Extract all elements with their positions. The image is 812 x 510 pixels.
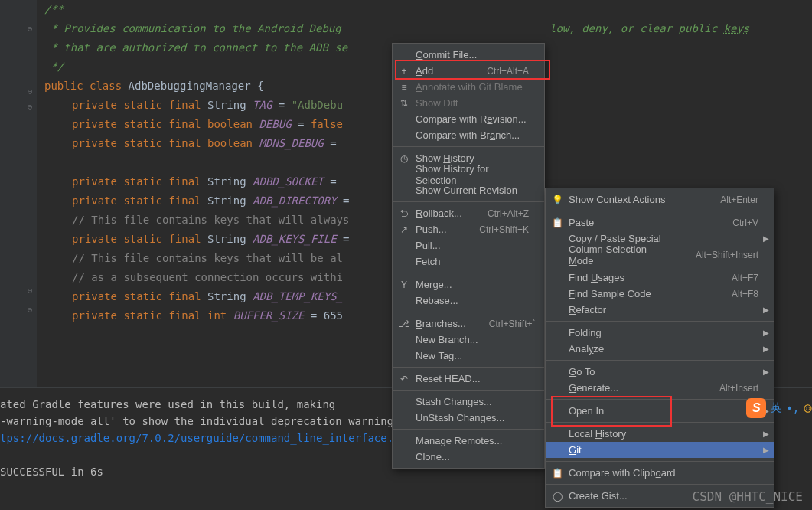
code-text: DEBUG xyxy=(259,118,291,130)
submenu-arrow-icon: ▶ xyxy=(763,430,769,438)
menu-item-label: Refactor xyxy=(569,304,758,315)
push-icon: ↗ xyxy=(399,224,409,235)
editor-context-menu[interactable]: 💡Show Context ActionsAlt+Enter📋PasteCtrl… xyxy=(545,188,774,508)
git-menu-push[interactable]: ↗Push...Ctrl+Shift+K xyxy=(393,221,544,237)
rollback-icon: ⮌ xyxy=(399,208,409,219)
menu-separator xyxy=(393,146,544,147)
ctx-menu-show-context-actions[interactable]: 💡Show Context ActionsAlt+Enter xyxy=(546,191,774,208)
ctx-menu-git[interactable]: Git▶ xyxy=(546,442,774,458)
ctx-menu-find-sample-code[interactable]: Find Sample CodeAlt+F8 xyxy=(546,286,774,302)
gutter-fold-indicator[interactable]: ⊖ xyxy=(28,102,33,112)
git-menu-show-diff: ⇅Show Diff xyxy=(393,95,544,111)
ctx-menu-column-selection-mode[interactable]: Column Selection ModeAlt+Shift+Insert xyxy=(546,247,774,263)
git-menu-manage-remotes[interactable]: Manage Remotes... xyxy=(393,433,544,449)
menu-item-label: Show Context Actions xyxy=(569,194,697,205)
git-menu-fetch[interactable]: Fetch xyxy=(393,253,544,270)
code-text: private static final xyxy=(72,195,207,207)
code-text: = xyxy=(292,118,311,130)
code-text: TAG xyxy=(253,99,272,111)
sogou-logo-icon[interactable]: S xyxy=(746,398,766,418)
code-text: ADBD_SOCKET xyxy=(253,175,324,188)
git-submenu[interactable]: Commit File...+AddCtrl+Alt+A≡Annotate wi… xyxy=(392,43,545,469)
code-text: = xyxy=(304,309,323,322)
code-text: BUFFER_SIZE xyxy=(233,309,305,322)
code-text: String xyxy=(207,99,253,111)
menu-separator xyxy=(546,422,774,423)
git-menu-rollback[interactable]: ⮌Rollback...Ctrl+Alt+Z xyxy=(393,205,544,221)
menu-item-label: Show Diff xyxy=(416,97,529,109)
git-menu-merge[interactable]: YMerge... xyxy=(393,276,544,293)
ime-lang[interactable]: 英 xyxy=(771,401,781,415)
gutter-fold-indicator[interactable]: ⊖ xyxy=(28,305,33,315)
gutter-fold-indicator[interactable]: ⊖ xyxy=(28,24,33,34)
code-text: private static final boolean xyxy=(72,137,259,149)
ctx-menu-find-usages[interactable]: Find UsagesAlt+F7 xyxy=(546,270,774,286)
code-text: = xyxy=(272,99,291,111)
git-menu-rebase[interactable]: Rebase... xyxy=(393,293,544,309)
menu-shortcut: Ctrl+Shift+` xyxy=(489,319,536,329)
git-menu-new-branch[interactable]: New Branch... xyxy=(393,332,544,348)
menu-separator xyxy=(393,390,544,391)
show-history-icon: ◷ xyxy=(399,153,409,164)
code-text: * Provides communication to the Android … xyxy=(44,22,341,34)
code-text: public class xyxy=(44,80,129,92)
menu-item-label: Open In xyxy=(569,405,758,417)
git-menu-unstash-changes[interactable]: UnStash Changes... xyxy=(393,410,544,426)
git-menu-clone[interactable]: Clone... xyxy=(393,449,544,465)
menu-separator xyxy=(546,461,774,462)
menu-item-label: New Tag... xyxy=(416,350,529,361)
ctx-menu-compare-with-clipboard[interactable]: 📋Compare with Clipboard xyxy=(546,465,774,481)
reset-head-icon: ↶ xyxy=(399,374,409,384)
git-menu-show-current-revision[interactable]: Show Current Revision xyxy=(393,182,544,198)
git-menu-add[interactable]: +AddCtrl+Alt+A xyxy=(393,63,544,79)
menu-item-label: Show Current Revision xyxy=(416,185,529,196)
gutter-fold-indicator[interactable]: ⊖ xyxy=(28,286,33,296)
ime-toolbar[interactable]: S 英 •, ☺ xyxy=(746,398,812,418)
code-text: // This file contains keys that will be … xyxy=(72,252,343,264)
menu-item-label: Fetch xyxy=(416,256,529,267)
ctx-menu-refactor[interactable]: Refactor▶ xyxy=(546,302,774,318)
add-icon: + xyxy=(399,66,409,77)
git-menu-stash-changes[interactable]: Stash Changes... xyxy=(393,394,544,410)
git-menu-commit-file[interactable]: Commit File... xyxy=(393,47,544,63)
submenu-arrow-icon: ▶ xyxy=(763,345,769,353)
menu-item-label: Merge... xyxy=(416,279,529,290)
code-text: // This file contains keys that will alw… xyxy=(72,214,349,226)
submenu-arrow-icon: ▶ xyxy=(763,329,769,337)
menu-shortcut: Alt+Shift+Insert xyxy=(696,250,758,260)
git-menu-branches[interactable]: ⎇Branches...Ctrl+Shift+` xyxy=(393,315,544,332)
git-menu-show-history-for-selection[interactable]: Show History for Selection xyxy=(393,166,544,182)
menu-separator xyxy=(393,429,544,430)
ctx-menu-analyze[interactable]: Analyze▶ xyxy=(546,341,774,357)
ctx-menu-generate[interactable]: Generate...Alt+Insert xyxy=(546,380,774,396)
ctx-menu-local-history[interactable]: Local History▶ xyxy=(546,426,774,442)
ctx-menu-paste[interactable]: 📋PasteCtrl+V xyxy=(546,214,774,230)
git-menu-new-tag[interactable]: New Tag... xyxy=(393,348,544,364)
emoji-icon[interactable]: ☺ xyxy=(804,400,812,417)
menu-separator xyxy=(546,360,774,361)
watermark: CSDN @HHTC_NICE xyxy=(693,489,804,504)
ctx-menu-go-to[interactable]: Go To▶ xyxy=(546,364,774,380)
menu-item-label: Rollback... xyxy=(416,208,465,219)
git-menu-compare-with-branch[interactable]: Compare with Branch... xyxy=(393,127,544,143)
ime-punct[interactable]: •, xyxy=(786,402,799,414)
git-menu-compare-with-revision[interactable]: Compare with Revision... xyxy=(393,111,544,127)
code-text: ADB_KEYS_FILE xyxy=(253,233,337,245)
git-menu-reset-head[interactable]: ↶Reset HEAD... xyxy=(393,371,544,387)
code-text: false xyxy=(311,118,343,130)
git-menu-pull[interactable]: Pull... xyxy=(393,237,544,253)
paste-icon: 📋 xyxy=(552,217,563,228)
gutter-fold-indicator[interactable]: ⊖ xyxy=(28,87,33,96)
ctx-menu-open-in[interactable]: Open In▶ xyxy=(546,403,774,419)
code-text: ADB_DIRECTORY xyxy=(253,195,337,207)
code-text: "AdbDebu xyxy=(292,99,343,111)
menu-item-label: Reset HEAD... xyxy=(416,373,529,384)
menu-separator xyxy=(393,312,544,312)
menu-item-label: Compare with Revision... xyxy=(416,113,529,125)
submenu-arrow-icon: ▶ xyxy=(763,368,769,376)
ctx-menu-folding[interactable]: Folding▶ xyxy=(546,325,774,341)
compare-with-clipboard-icon: 📋 xyxy=(552,468,563,479)
code-text: * that are authorized to connect to the … xyxy=(44,41,347,54)
menu-item-label: Add xyxy=(416,65,464,77)
code-text: private static final xyxy=(72,99,207,111)
